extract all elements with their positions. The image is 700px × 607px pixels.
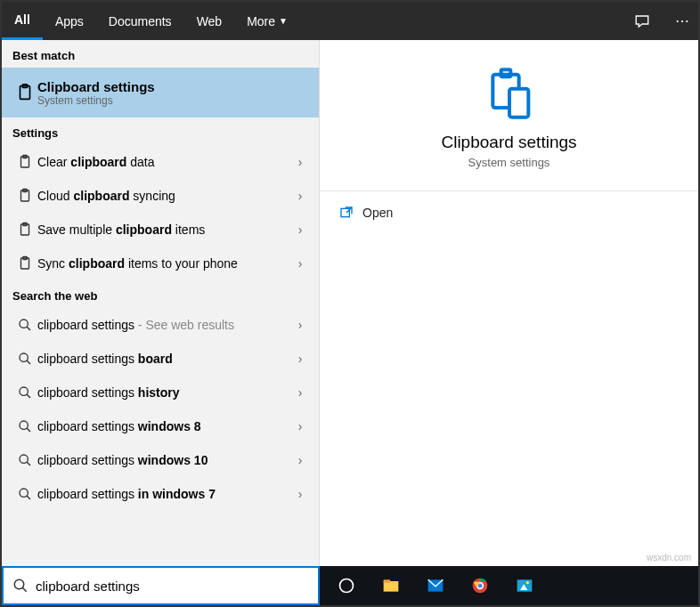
row-icon xyxy=(12,487,37,501)
preview-title: Clipboard settings xyxy=(441,133,576,152)
web-result-2[interactable]: clipboard settings history› xyxy=(2,376,319,409)
row-label: clipboard settings in windows 7 xyxy=(37,487,292,501)
web-result-1[interactable]: clipboard settings board› xyxy=(2,342,319,376)
preview-panel: Clipboard settings System settings Open xyxy=(320,40,698,566)
web-result-5[interactable]: clipboard settings in windows 7› xyxy=(2,477,319,511)
open-label: Open xyxy=(362,206,393,220)
taskbar xyxy=(320,566,698,605)
tab-web[interactable]: Web xyxy=(184,2,235,40)
chevron-right-icon: › xyxy=(292,453,308,467)
watermark: wsxdn.com xyxy=(647,553,691,562)
row-label: clipboard settings history xyxy=(37,385,292,400)
tab-documents[interactable]: Documents xyxy=(96,2,184,40)
row-label: Sync clipboard items to your phone xyxy=(37,256,292,271)
clipboard-icon xyxy=(12,83,37,102)
tab-apps[interactable]: Apps xyxy=(43,2,96,40)
results-panel: Best match Clipboard settings System set… xyxy=(2,40,320,566)
svg-point-18 xyxy=(20,455,28,463)
svg-line-19 xyxy=(27,462,30,465)
row-icon xyxy=(12,318,37,332)
tab-more[interactable]: More▼ xyxy=(234,2,300,40)
svg-rect-30 xyxy=(384,579,391,582)
feedback-icon[interactable] xyxy=(634,13,666,29)
chevron-right-icon: › xyxy=(292,487,308,501)
chevron-right-icon: › xyxy=(292,189,308,203)
photos-icon[interactable] xyxy=(507,568,542,603)
row-icon xyxy=(12,154,37,170)
settings-result-1[interactable]: Cloud clipboard syncing› xyxy=(2,179,319,213)
svg-line-15 xyxy=(27,394,30,398)
svg-point-20 xyxy=(20,489,28,497)
section-settings: Settings xyxy=(2,117,319,145)
svg-point-26 xyxy=(14,579,24,589)
search-icon xyxy=(12,578,36,594)
chrome-icon[interactable] xyxy=(462,568,498,603)
web-result-0[interactable]: clipboard settings - See web results› xyxy=(2,308,319,342)
chevron-right-icon: › xyxy=(292,256,308,271)
svg-point-12 xyxy=(20,353,28,361)
svg-point-16 xyxy=(20,421,28,429)
row-icon xyxy=(12,352,37,366)
row-icon xyxy=(12,188,37,204)
section-best-match: Best match xyxy=(2,40,319,68)
row-icon xyxy=(12,453,37,467)
web-result-3[interactable]: clipboard settings windows 8› xyxy=(2,409,319,443)
open-icon xyxy=(339,206,362,220)
svg-line-13 xyxy=(27,360,30,364)
chevron-right-icon: › xyxy=(292,318,308,332)
open-action[interactable]: Open xyxy=(320,191,698,234)
best-match-title: Clipboard settings xyxy=(37,79,308,94)
row-label: Clear clipboard data xyxy=(37,155,292,169)
settings-result-3[interactable]: Sync clipboard items to your phone› xyxy=(2,247,319,280)
svg-point-10 xyxy=(20,320,28,328)
cortana-icon[interactable] xyxy=(329,568,364,603)
search-filter-tabs: All Apps Documents Web More▼ ⋯ xyxy=(2,2,698,40)
row-label: clipboard settings board xyxy=(37,352,292,366)
best-match-result[interactable]: Clipboard settings System settings xyxy=(2,68,319,117)
chevron-right-icon: › xyxy=(292,155,308,169)
tab-all[interactable]: All xyxy=(2,2,43,40)
svg-point-14 xyxy=(20,387,28,395)
search-bar[interactable] xyxy=(2,566,320,605)
row-label: Cloud clipboard syncing xyxy=(37,189,292,203)
svg-line-17 xyxy=(27,428,30,432)
preview-subtitle: System settings xyxy=(468,156,550,169)
svg-point-37 xyxy=(526,581,529,584)
svg-line-21 xyxy=(27,496,30,499)
row-icon xyxy=(12,255,37,271)
search-input[interactable] xyxy=(36,579,309,594)
chevron-right-icon: › xyxy=(292,223,308,237)
web-result-4[interactable]: clipboard settings windows 10› xyxy=(2,443,319,477)
svg-rect-24 xyxy=(509,89,528,117)
mail-icon[interactable] xyxy=(418,568,453,603)
settings-result-2[interactable]: Save multiple clipboard items› xyxy=(2,213,319,247)
row-icon xyxy=(12,385,37,400)
chevron-right-icon: › xyxy=(292,352,308,366)
row-icon xyxy=(12,419,37,433)
row-label: clipboard settings - See web results xyxy=(37,318,292,332)
more-options-icon[interactable]: ⋯ xyxy=(666,12,698,29)
svg-line-11 xyxy=(27,327,30,330)
row-label: clipboard settings windows 8 xyxy=(37,419,292,433)
chevron-right-icon: › xyxy=(292,385,308,400)
best-match-subtitle: System settings xyxy=(37,94,308,107)
svg-rect-29 xyxy=(384,581,399,592)
chevron-right-icon: › xyxy=(292,419,308,433)
chevron-down-icon: ▼ xyxy=(279,16,288,26)
svg-rect-25 xyxy=(341,208,349,216)
section-search-web: Search the web xyxy=(2,280,319,308)
clipboard-large-icon xyxy=(481,65,538,122)
settings-result-0[interactable]: Clear clipboard data› xyxy=(2,145,319,179)
row-label: clipboard settings windows 10 xyxy=(37,453,292,467)
row-label: Save multiple clipboard items xyxy=(37,223,292,237)
svg-point-28 xyxy=(340,579,354,593)
svg-line-27 xyxy=(22,587,27,592)
file-explorer-icon[interactable] xyxy=(373,568,409,603)
row-icon xyxy=(12,222,37,238)
